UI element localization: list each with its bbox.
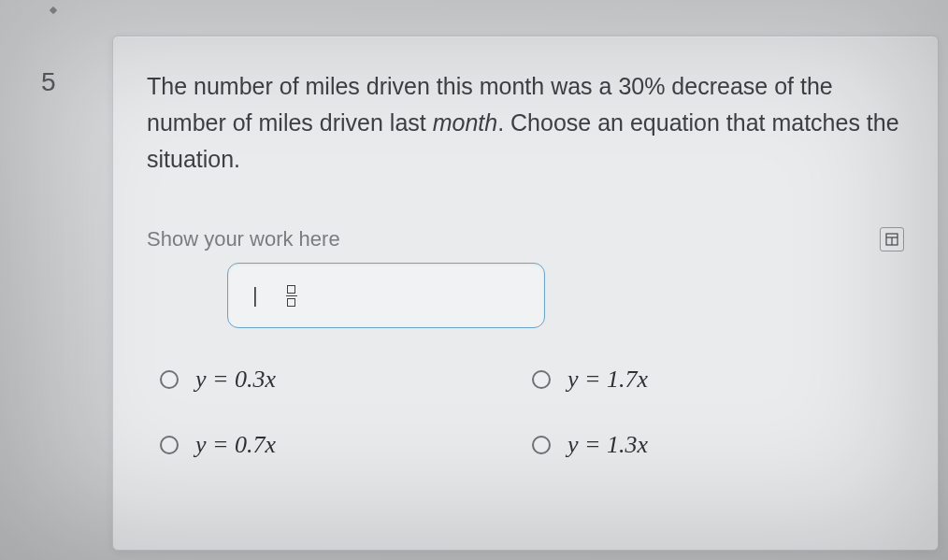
option-a-label: y = 0.3x (195, 366, 276, 394)
toolbox-button[interactable] (880, 227, 904, 251)
option-d[interactable]: y = 1.3x (532, 431, 867, 459)
tool-cursor: | (252, 283, 258, 308)
decor-dot (50, 7, 57, 14)
prompt-italic: month (433, 109, 497, 136)
work-input[interactable]: | (227, 263, 545, 328)
question-number: 5 (41, 67, 56, 97)
show-work-label: Show your work here (147, 227, 340, 251)
option-b[interactable]: y = 1.7x (532, 366, 867, 394)
option-c[interactable]: y = 0.7x (160, 431, 495, 459)
option-c-label: y = 0.7x (195, 431, 276, 459)
question-card: The number of miles driven this month wa… (112, 36, 939, 551)
radio-icon (532, 436, 551, 454)
radio-icon (160, 436, 179, 454)
toolbox-icon (884, 232, 899, 247)
options-grid: y = 0.3x y = 1.7x y = 0.7x y = 1.3x (160, 366, 867, 459)
question-prompt: The number of miles driven this month wa… (147, 68, 904, 177)
option-b-label: y = 1.7x (567, 366, 648, 394)
option-d-label: y = 1.3x (567, 431, 648, 459)
radio-icon (532, 370, 551, 389)
option-a[interactable]: y = 0.3x (160, 366, 495, 394)
radio-icon (160, 370, 179, 389)
fraction-icon (286, 285, 297, 308)
